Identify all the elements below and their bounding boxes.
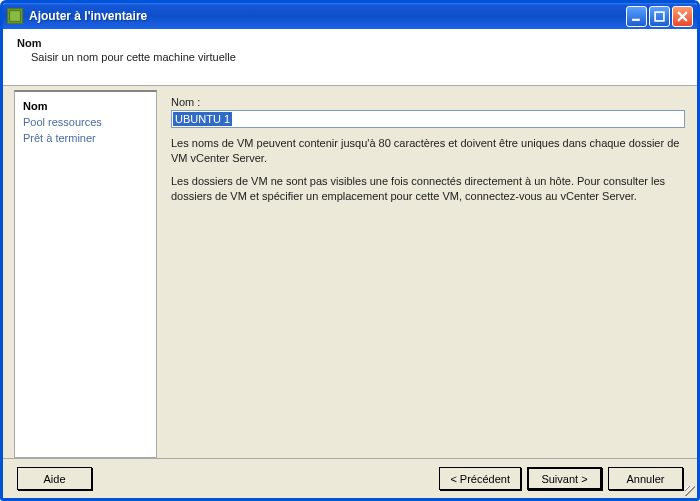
window-title: Ajouter à l'inventaire bbox=[29, 9, 626, 23]
svg-rect-2 bbox=[655, 12, 664, 21]
dialog-window: Ajouter à l'inventaire Nom Saisir un nom… bbox=[0, 0, 700, 501]
titlebar[interactable]: Ajouter à l'inventaire bbox=[3, 3, 697, 29]
maximize-button[interactable] bbox=[649, 6, 670, 27]
wizard-body: Nom Pool ressources Prêt à terminer Nom … bbox=[3, 86, 697, 458]
sidebar-step-finish[interactable]: Prêt à terminer bbox=[23, 130, 148, 146]
svg-rect-0 bbox=[9, 10, 20, 21]
help-button[interactable]: Aide bbox=[17, 467, 92, 490]
name-input[interactable]: UBUNTU 1 bbox=[171, 110, 685, 128]
name-label: Nom : bbox=[171, 96, 685, 108]
sidebar-step-nom[interactable]: Nom bbox=[23, 98, 148, 114]
cancel-button[interactable]: Annuler bbox=[608, 467, 683, 490]
description-1: Les noms de VM peuvent contenir jusqu'à … bbox=[171, 136, 685, 166]
previous-button[interactable]: < Précédent bbox=[439, 467, 521, 490]
name-input-value: UBUNTU 1 bbox=[173, 112, 232, 126]
minimize-button[interactable] bbox=[626, 6, 647, 27]
close-button[interactable] bbox=[672, 6, 693, 27]
sidebar-step-pool[interactable]: Pool ressources bbox=[23, 114, 148, 130]
page-subtitle: Saisir un nom pour cette machine virtuel… bbox=[17, 51, 683, 63]
main-panel: Nom : UBUNTU 1 Les noms de VM peuvent co… bbox=[157, 86, 697, 458]
description-2: Les dossiers de VM ne sont pas visibles … bbox=[171, 174, 685, 204]
steps-sidebar: Nom Pool ressources Prêt à terminer bbox=[14, 90, 157, 458]
app-icon bbox=[7, 8, 23, 24]
wizard-footer: Aide < Précédent Suivant > Annuler bbox=[3, 458, 697, 498]
page-title: Nom bbox=[17, 37, 683, 49]
window-controls bbox=[626, 6, 693, 27]
svg-rect-1 bbox=[632, 18, 640, 20]
wizard-header: Nom Saisir un nom pour cette machine vir… bbox=[3, 29, 697, 86]
next-button[interactable]: Suivant > bbox=[527, 467, 602, 490]
resize-grip-icon[interactable] bbox=[683, 484, 697, 498]
